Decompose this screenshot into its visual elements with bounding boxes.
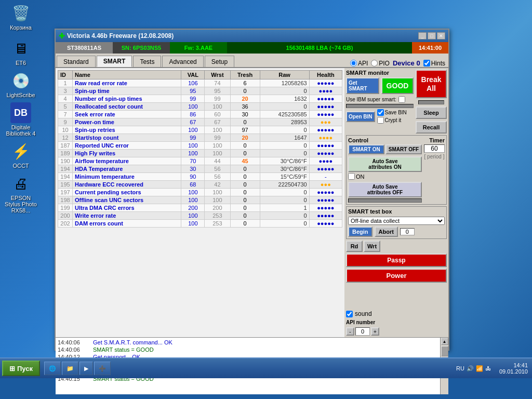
cell-id: 197 xyxy=(58,189,73,196)
occt-icon: ⚡ xyxy=(10,141,31,162)
open-bin-button[interactable]: Open BIN xyxy=(346,111,375,122)
desktop-icon-epson[interactable]: 🖨 EPSON Stylus Photo RX58... xyxy=(3,173,39,214)
cell-name: Power-on time xyxy=(73,118,181,126)
taskbar-explorer[interactable]: 📁 xyxy=(62,362,78,375)
epson-label: EPSON Stylus Photo RX58... xyxy=(3,195,39,214)
table-row: 194 Minimum temperature 90 56 0 15°C/59°… xyxy=(58,173,342,181)
cell-val: 200 xyxy=(181,204,205,212)
cell-wrst: 74 xyxy=(205,79,230,87)
on-checkbox[interactable] xyxy=(348,173,355,180)
begin-button[interactable]: Begin xyxy=(348,227,373,237)
main-content: ID Name VAL Wrst Tresh Raw Health 1 Raw … xyxy=(56,68,448,337)
smart-on-button[interactable]: SMART ON xyxy=(348,144,384,154)
passp-button[interactable]: Passp xyxy=(346,254,447,267)
break-all-button[interactable]: Break All xyxy=(416,70,447,98)
save-bin-checkbox[interactable] xyxy=(377,109,384,116)
api-plus-button[interactable]: + xyxy=(371,327,379,336)
table-row: 12 Start/stop count 99 99 20 1647 ●●●● xyxy=(58,134,342,142)
pio-radio-label[interactable]: PIO xyxy=(371,60,390,67)
bottom-controls: sound API number - 0 + xyxy=(346,310,447,336)
abort-button[interactable]: Abort xyxy=(375,227,398,237)
auto-save-on-button[interactable]: Auto Save attributes ON xyxy=(348,156,422,172)
hints-checkbox[interactable] xyxy=(423,60,430,66)
table-row: 5 Reallocated sector count 100 100 36 0 … xyxy=(58,103,342,111)
smart-test-dropdown[interactable]: Off-line data collect xyxy=(348,217,445,225)
api-radio[interactable] xyxy=(350,60,357,66)
right-panel: SMART monitor Get SMART GOOD Use IBM sup… xyxy=(344,68,448,337)
cell-id: 199 xyxy=(58,204,73,212)
control-buttons: SMART ON SMART OFF Auto Save attributes … xyxy=(348,144,422,203)
db-icon: DB xyxy=(10,102,31,123)
smart-test-section: SMART test box Off-line data collect Beg… xyxy=(346,206,447,239)
cell-wrst: 44 xyxy=(205,157,230,165)
taskbar-media[interactable]: ▶ xyxy=(79,362,93,375)
test-value-input[interactable] xyxy=(400,228,415,235)
pio-radio[interactable] xyxy=(371,60,378,66)
power-button[interactable]: Power xyxy=(346,269,447,283)
tab-smart[interactable]: SMART xyxy=(97,56,132,67)
control-body: SMART ON SMART OFF Auto Save attributes … xyxy=(348,144,445,203)
recall-button[interactable]: Recall xyxy=(416,121,447,134)
scroll-up-button[interactable]: ▲ xyxy=(441,338,448,345)
cell-tresh: 0 xyxy=(230,189,260,196)
taskbar-health[interactable]: ➕ xyxy=(94,362,111,375)
sound-checkbox[interactable] xyxy=(346,311,353,317)
tab-advanced[interactable]: Advanced xyxy=(162,56,203,67)
table-row: 190 Airflow temperature 70 44 45 30°C/86… xyxy=(58,157,342,165)
cell-name: Minimum temperature xyxy=(73,173,181,181)
start-button[interactable]: ⊞ Пуск xyxy=(2,361,40,376)
rd-button[interactable]: Rd xyxy=(346,241,363,252)
maximize-button[interactable]: □ xyxy=(428,32,436,39)
cell-tresh: 0 xyxy=(230,165,260,173)
table-row: 10 Spin-up retries 100 100 97 0 ●●●●● xyxy=(58,126,342,134)
tab-tests[interactable]: Tests xyxy=(133,56,161,67)
cell-wrst: 100 xyxy=(205,189,230,196)
smart-status-button[interactable]: GOOD xyxy=(381,77,414,94)
auto-save-off-button[interactable]: Auto Save attributes OFF xyxy=(348,182,422,197)
cell-tresh: 0 xyxy=(230,212,260,220)
taskbar-ie[interactable]: 🌐 xyxy=(44,362,61,375)
scroll-thumb[interactable] xyxy=(441,346,448,356)
wrt-button[interactable]: Wrt xyxy=(364,241,380,252)
smart-off-button[interactable]: SMART OFF xyxy=(385,144,422,154)
api-minus-button[interactable]: - xyxy=(346,327,354,336)
desktop-icon-occt[interactable]: ⚡ OCCT xyxy=(3,141,39,169)
drive-sn: SN: 6PS03NS5 xyxy=(113,42,170,54)
break-sleep-column: Break All Sleep Recall xyxy=(416,70,447,134)
cell-tresh: 36 xyxy=(230,103,260,111)
close-button[interactable]: ✕ xyxy=(437,32,445,39)
cell-name: Reallocated sector count xyxy=(73,103,181,111)
pio-text: PIO xyxy=(379,60,390,67)
hints-label[interactable]: Hints xyxy=(423,60,445,67)
cell-name: Spin-up time xyxy=(73,87,181,95)
timer-input[interactable] xyxy=(424,144,445,153)
crypt-label[interactable]: Crypt it xyxy=(377,117,407,124)
desktop-icon-et6[interactable]: 🖥 ET6 xyxy=(3,38,39,66)
cell-wrst: 200 xyxy=(205,204,230,212)
desktop-icon-recycle[interactable]: 🗑️ Корзина xyxy=(3,3,39,31)
log-entry: 14:40:06SMART status = GOOD xyxy=(58,346,438,353)
sleep-button[interactable]: Sleep xyxy=(416,107,447,119)
cell-raw: 0 xyxy=(260,87,309,95)
cell-health: ●●●●● xyxy=(309,220,342,228)
minimize-button[interactable]: _ xyxy=(418,32,427,39)
cell-id: 187 xyxy=(58,142,73,150)
log-time: 14:40:06 xyxy=(58,339,89,345)
save-bin-label[interactable]: Save BIN xyxy=(377,109,407,116)
get-smart-button[interactable]: Get SMART xyxy=(346,77,379,94)
tab-setup[interactable]: Setup xyxy=(205,56,234,67)
cell-val: 86 xyxy=(181,111,205,118)
cell-raw: 0 xyxy=(260,126,309,134)
desktop-icon-lightscribe[interactable]: 💿 LightScribe xyxy=(3,70,39,98)
cell-health: ●●●●● xyxy=(309,79,342,87)
api-radio-label[interactable]: API xyxy=(350,60,368,67)
break-text: Break xyxy=(421,75,442,84)
ibm-checkbox[interactable] xyxy=(398,96,405,103)
col-header-raw: Raw xyxy=(260,71,309,79)
table-row: 189 High Fly writes 100 100 0 0 ●●●●● xyxy=(58,150,342,157)
tab-standard[interactable]: Standard xyxy=(57,56,96,67)
cell-name: Offline scan UNC sectors xyxy=(73,196,181,204)
desktop-icon-db[interactable]: DB Digitale Bibliothek 4 xyxy=(3,102,39,137)
crypt-checkbox[interactable] xyxy=(377,117,384,124)
tray-icon-1: 🔊 xyxy=(467,365,474,372)
